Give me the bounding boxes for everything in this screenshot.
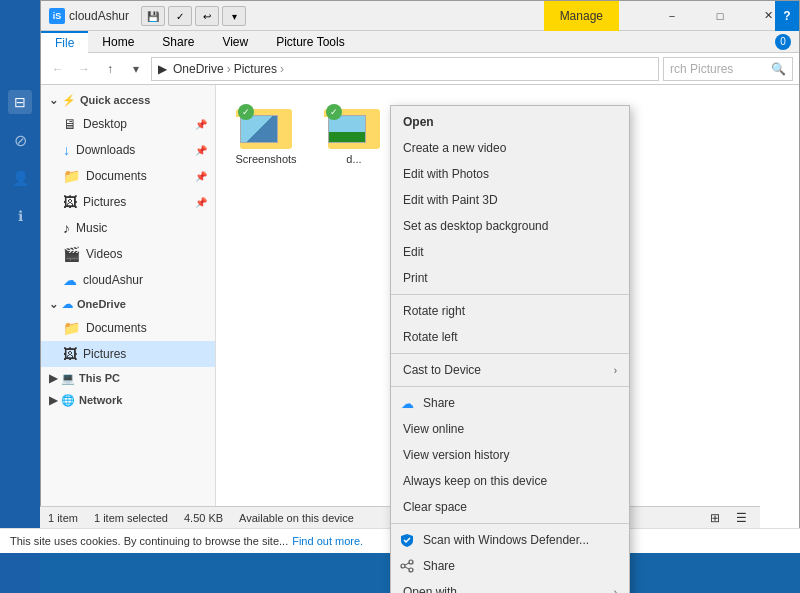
cm-cast[interactable]: Cast to Device › <box>391 357 629 383</box>
check-badge-screenshots: ✓ <box>238 104 254 120</box>
sidebar-desktop-label: Desktop <box>83 117 127 131</box>
chevron-network-icon: ▶ <box>49 394 57 407</box>
details-view-button2[interactable]: ☰ <box>730 509 752 527</box>
folder-screenshots-name: Screenshots <box>235 153 296 165</box>
desktop-icon: 🖥 <box>63 116 77 132</box>
cm-open-with-arrow: › <box>614 587 617 594</box>
sidebar-od-pictures-label: Pictures <box>83 347 126 361</box>
cm-version-history[interactable]: View version history <box>391 442 629 468</box>
sidebar-item-videos[interactable]: 🎬 Videos <box>41 241 215 267</box>
cm-scan-defender[interactable]: Scan with Windows Defender... <box>391 527 629 553</box>
bg-app-icon-4: ℹ <box>8 204 32 228</box>
qat-btn2[interactable]: ✓ <box>168 6 192 26</box>
breadcrumb-pictures[interactable]: Pictures <box>234 62 277 76</box>
back-button[interactable]: ← <box>47 58 69 80</box>
manage-tab[interactable]: Manage <box>544 1 619 31</box>
sidebar-item-downloads[interactable]: ↓ Downloads 📌 <box>41 137 215 163</box>
qat-btn3[interactable]: ↩ <box>195 6 219 26</box>
up-button[interactable]: ↑ <box>99 58 121 80</box>
browser-bar-text: This site uses cookies. By continuing to… <box>10 535 288 547</box>
sidebar-item-desktop[interactable]: 🖥 Desktop 📌 <box>41 111 215 137</box>
tab-file[interactable]: File <box>41 31 88 53</box>
maximize-button[interactable]: □ <box>697 1 743 31</box>
cm-rotate-right-label: Rotate right <box>403 304 617 318</box>
check-badge-partial: ✓ <box>326 104 342 120</box>
folder-partial[interactable]: ✓ d... <box>314 95 394 169</box>
sidebar-item-od-pictures[interactable]: 🖼 Pictures <box>41 341 215 367</box>
cm-edit[interactable]: Edit <box>391 239 629 265</box>
tab-share[interactable]: Share <box>148 31 208 53</box>
sidebar-item-music[interactable]: ♪ Music <box>41 215 215 241</box>
cm-open[interactable]: Open <box>391 109 629 135</box>
bg-app-icon-3: 👤 <box>8 166 32 190</box>
svg-point-0 <box>409 560 413 564</box>
quick-access-toolbar: 💾 ✓ ↩ ▾ <box>141 6 246 26</box>
window-controls: − □ ✕ <box>649 1 791 31</box>
cm-print[interactable]: Print <box>391 265 629 291</box>
sidebar-item-pictures[interactable]: 🖼 Pictures 📌 <box>41 189 215 215</box>
sidebar-header-onedrive[interactable]: ⌄ ☁ OneDrive <box>41 293 215 315</box>
pin-icon-pictures: 📌 <box>195 197 207 208</box>
minimize-button[interactable]: − <box>649 1 695 31</box>
shield-icon <box>399 532 415 548</box>
cm-open-with[interactable]: Open with › <box>391 579 629 593</box>
cm-edit-photos[interactable]: Edit with Photos <box>391 161 629 187</box>
sidebar-downloads-label: Downloads <box>76 143 135 157</box>
cm-clear-space[interactable]: Clear space <box>391 494 629 520</box>
cm-share[interactable]: Share <box>391 553 629 579</box>
sidebar-header-network[interactable]: ▶ 🌐 Network <box>41 389 215 411</box>
pin-icon-downloads: 📌 <box>195 145 207 156</box>
folder-partial-name: d... <box>346 153 361 165</box>
cm-keep-device[interactable]: Always keep on this device <box>391 468 629 494</box>
sidebar-videos-label: Videos <box>86 247 122 261</box>
od-pictures-icon: 🖼 <box>63 346 77 362</box>
cm-open-label: Open <box>403 115 617 129</box>
thispc-icon: 💻 <box>61 372 75 385</box>
search-icon: 🔍 <box>771 62 786 76</box>
cm-set-desktop[interactable]: Set as desktop background <box>391 213 629 239</box>
folder-screenshots-icon: ✓ <box>236 99 296 149</box>
cm-edit-paint3d[interactable]: Edit with Paint 3D <box>391 187 629 213</box>
sidebar-header-quickaccess[interactable]: ⌄ ⚡ Quick access <box>41 89 215 111</box>
cm-cast-arrow: › <box>614 365 617 376</box>
cm-view-online[interactable]: View online <box>391 416 629 442</box>
folder-screenshots[interactable]: ✓ Screenshots <box>226 95 306 169</box>
large-icons-view-button2[interactable]: ⊞ <box>704 509 726 527</box>
find-out-link[interactable]: Find out more. <box>292 535 363 547</box>
cloudashur-icon: ☁ <box>63 272 77 288</box>
pictures-icon: 🖼 <box>63 194 77 210</box>
breadcrumb-icon: ▶ <box>158 62 167 76</box>
tab-home[interactable]: Home <box>88 31 148 53</box>
sidebar-thispc-label: This PC <box>79 372 120 384</box>
breadcrumb-onedrive[interactable]: OneDrive <box>173 62 224 76</box>
help-button[interactable]: ? <box>775 1 799 31</box>
qat-save[interactable]: 💾 <box>141 6 165 26</box>
sidebar-item-od-documents[interactable]: 📁 Documents <box>41 315 215 341</box>
cm-rotate-left[interactable]: Rotate left <box>391 324 629 350</box>
tab-view[interactable]: View <box>208 31 262 53</box>
chevron-onedrive-icon: ⌄ <box>49 298 58 311</box>
forward-button[interactable]: → <box>73 58 95 80</box>
sidebar-item-cloudashur[interactable]: ☁ cloudAshur <box>41 267 215 293</box>
cm-sep-1 <box>391 294 629 295</box>
cm-create-video[interactable]: Create a new video <box>391 135 629 161</box>
svg-line-4 <box>405 567 409 569</box>
search-box[interactable]: rch Pictures 🔍 <box>663 57 793 81</box>
search-placeholder: rch Pictures <box>670 62 733 76</box>
notification-badge[interactable]: 0 <box>775 34 791 50</box>
recent-locations-button[interactable]: ▾ <box>125 58 147 80</box>
qat-dropdown[interactable]: ▾ <box>222 6 246 26</box>
sidebar-item-documents[interactable]: 📁 Documents 📌 <box>41 163 215 189</box>
tab-picture-tools[interactable]: Picture Tools <box>262 31 358 53</box>
od-documents-icon: 📁 <box>63 320 80 336</box>
svg-point-1 <box>401 564 405 568</box>
cm-edit-label: Edit <box>403 245 617 259</box>
cm-share-cloud[interactable]: ☁ Share <box>391 390 629 416</box>
status2-selected: 1 item selected <box>94 512 168 524</box>
bg-app-icon-2: ⊘ <box>8 128 32 152</box>
cm-rotate-right[interactable]: Rotate right <box>391 298 629 324</box>
status2-size: 4.50 KB <box>184 512 223 524</box>
share-icon <box>399 558 415 574</box>
breadcrumb[interactable]: ▶ OneDrive › Pictures › <box>151 57 659 81</box>
sidebar-header-thispc[interactable]: ▶ 💻 This PC <box>41 367 215 389</box>
